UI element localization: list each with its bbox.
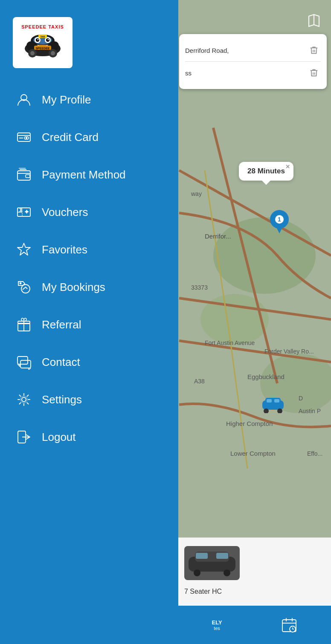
bottom-nav-bar: ELY tes <box>178 606 331 644</box>
svg-rect-30 <box>274 399 279 402</box>
chat-icon <box>13 351 35 373</box>
nav-ely-button[interactable]: ELY tes <box>212 619 222 631</box>
sidebar-item-label: Favorites <box>42 243 87 256</box>
svg-marker-74 <box>17 243 30 255</box>
gift-icon <box>13 313 35 336</box>
sidebar-item-credit-card[interactable]: Credit Card <box>13 118 178 156</box>
sidebar-item-favorites[interactable]: Favorites <box>13 231 178 268</box>
delete-address-1-button[interactable] <box>307 43 321 57</box>
sidebar-item-settings[interactable]: Settings <box>13 381 178 418</box>
svg-point-75 <box>21 285 30 293</box>
minutes-tooltip: ✕ 28 Minutes <box>239 162 293 181</box>
address-row-1: Derriford Road, <box>185 39 321 61</box>
seater-label: 7 Seater HC <box>178 584 331 599</box>
address-text-2: ss <box>185 69 307 77</box>
svg-marker-24 <box>276 227 282 233</box>
svg-point-55 <box>51 51 55 55</box>
wallet-icon <box>13 164 35 186</box>
delete-address-2-button[interactable] <box>307 66 321 80</box>
svg-point-50 <box>38 39 39 40</box>
map-view-icon[interactable] <box>305 12 322 31</box>
svg-text:✦: ✦ <box>25 209 29 214</box>
svg-text:SPEEDEE: SPEEDEE <box>35 47 49 50</box>
sidebar-item-label: Contact <box>42 356 80 369</box>
svg-rect-67 <box>26 175 30 178</box>
map-car-icon <box>260 396 286 415</box>
sidebar-item-contact[interactable]: Contact <box>13 343 178 381</box>
voucher-icon: ✦ <box>13 201 35 223</box>
person-icon <box>13 89 35 111</box>
car-image <box>184 546 240 580</box>
svg-text:1: 1 <box>278 216 281 223</box>
sidebar-item-label: Vouchers <box>42 206 88 219</box>
logout-icon <box>13 426 35 448</box>
sidebar-item-label: Logout <box>42 431 76 444</box>
svg-point-34 <box>224 569 230 576</box>
sidebar-item-label: Referral <box>42 318 81 331</box>
sidebar-item-my-bookings[interactable]: My Bookings <box>13 268 178 306</box>
sidebar-item-label: Credit Card <box>42 131 99 144</box>
address-card: Derriford Road, ss <box>179 34 327 89</box>
nav-schedule-button[interactable] <box>281 616 298 633</box>
sidebar-item-label: Settings <box>42 393 82 406</box>
svg-point-33 <box>194 569 200 576</box>
svg-rect-36 <box>216 553 228 559</box>
address-row-2: ss <box>185 61 321 84</box>
svg-point-76 <box>20 283 21 284</box>
gear-icon <box>13 388 35 411</box>
sidebar: SPEEDEE TAXIS <box>0 0 178 644</box>
sidebar-item-label: My Bookings <box>42 281 105 294</box>
sidebar-item-label: My Profile <box>42 93 91 106</box>
minutes-label: 28 Minutes <box>247 167 285 175</box>
sidebar-item-label: Payment Method <box>42 168 126 181</box>
svg-rect-66 <box>17 171 30 180</box>
sidebar-item-my-profile[interactable]: My Profile <box>13 81 178 118</box>
svg-rect-35 <box>196 553 208 559</box>
car-info-row <box>178 538 331 584</box>
svg-point-51 <box>48 39 49 40</box>
svg-rect-29 <box>267 399 272 402</box>
sidebar-item-vouchers[interactable]: ✦ Vouchers <box>13 193 178 231</box>
tooltip-close-button[interactable]: ✕ <box>285 164 290 170</box>
sidebar-item-logout[interactable]: Logout <box>13 418 178 456</box>
logo-title: SPEEDEE TAXIS <box>21 24 64 29</box>
app-logo: SPEEDEE TAXIS <box>13 17 73 68</box>
map-location-pin: 1 <box>269 209 290 236</box>
svg-point-65 <box>24 137 27 139</box>
sidebar-item-referral[interactable]: Referral <box>13 306 178 343</box>
svg-point-54 <box>30 51 35 55</box>
credit-card-icon <box>13 126 35 148</box>
svg-point-82 <box>22 397 26 402</box>
address-text-1: Derriford Road, <box>185 47 307 54</box>
star-icon <box>13 239 35 261</box>
svg-text:TAXI: TAXI <box>40 35 45 38</box>
bookings-icon <box>13 276 35 298</box>
sidebar-item-payment-method[interactable]: Payment Method <box>13 156 178 193</box>
